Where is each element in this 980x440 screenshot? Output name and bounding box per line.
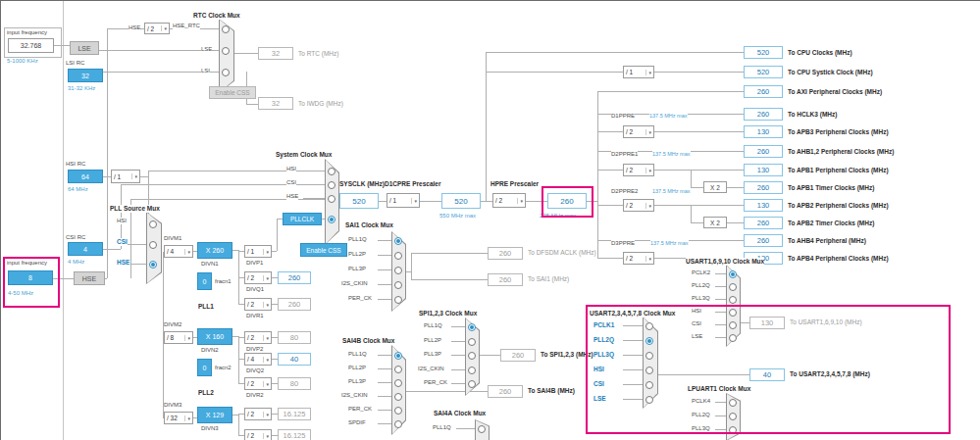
usart234578-mux-pll2q-radio[interactable] (645, 337, 653, 345)
d3ppre-combo[interactable]: / 2▾ (623, 252, 654, 265)
usart234578-mux-pclk1-radio[interactable] (645, 322, 653, 330)
spi123-input-label: PLL3P (424, 351, 441, 358)
wire (246, 104, 258, 105)
divr2-combo[interactable]: / 2▾ (244, 377, 272, 390)
rtc-hse-prescaler-combo[interactable]: / 2▾ (144, 23, 170, 34)
apb2-clocks-value: 130 (744, 199, 783, 212)
sai4b-mux-radio-4[interactable] (394, 393, 402, 401)
iwdg-clock-value: 32 (258, 97, 293, 110)
divn3-multiplier[interactable]: X 129 (197, 407, 232, 423)
wire (715, 337, 726, 338)
sai1-mux-radio-4[interactable] (394, 281, 402, 289)
sai1-mux-radio-2[interactable] (394, 252, 402, 260)
divm1-label: DIVM1 (164, 235, 181, 242)
chevron-down-icon: ▾ (263, 357, 269, 363)
divn1-multiplier[interactable]: X 260 (197, 242, 232, 259)
sai4b-mux-radio-1[interactable] (394, 352, 402, 360)
rtc-mux-title: RTC Clock Mux (193, 12, 240, 20)
sai4b-mux-radio-6[interactable] (394, 420, 402, 428)
sai4b-mux-radio-5[interactable] (394, 407, 402, 415)
sai1-mux-radio-3[interactable] (394, 267, 402, 274)
sys-mux-csi-radio[interactable] (328, 181, 335, 189)
d2ppre2-combo[interactable]: / 2▾ (623, 199, 654, 212)
usart16910-mux-pclk2-radio[interactable] (729, 270, 737, 278)
d2ppre1-max-label: 137.5 MHz max (652, 151, 691, 157)
pll-source-csi-radio[interactable] (149, 241, 157, 249)
pll-source-csi-label: CSI (117, 238, 128, 246)
divq1-combo[interactable]: / 2▾ (244, 271, 272, 284)
rtc-mux-lsi-radio[interactable] (222, 69, 230, 76)
pll-source-hse-radio[interactable] (149, 261, 157, 269)
hsi-divider-combo[interactable]: / 1▾ (111, 170, 140, 183)
divp2-combo[interactable]: / 2▾ (244, 331, 272, 344)
combo-value: / 2 (626, 128, 633, 135)
sai4b-mux-radio-2[interactable] (394, 366, 402, 373)
wire (654, 72, 744, 73)
systick-prescaler-combo[interactable]: / 1▾ (623, 66, 654, 78)
sys-mux-hsi-radio[interactable] (328, 168, 335, 175)
spi123-mux-radio-1[interactable] (468, 323, 476, 331)
usart234578-mux-hsi-radio[interactable] (645, 367, 653, 374)
divq1-label: DIVQ1 (246, 286, 264, 293)
d1cpre-prescaler-label: D1CPRE Prescaler (385, 180, 440, 188)
d1cpre-combo[interactable]: / 1▾ (387, 193, 420, 208)
usart16910-input-label: PCLK2 (692, 269, 710, 276)
sai1-mux-radio-5[interactable] (394, 296, 402, 304)
spi123-mux-radio-4[interactable] (468, 367, 476, 374)
divm3-combo[interactable]: / 32▾ (164, 412, 193, 424)
sai4b-input-label: PLL1Q (348, 351, 367, 358)
sai4a-input-label: PLL1Q (433, 424, 451, 431)
divn2-multiplier[interactable]: X 160 (197, 328, 232, 345)
sai1-mux-radio-1[interactable] (394, 237, 402, 245)
lpuart1-mux-radio-2[interactable] (729, 413, 737, 420)
system-clock-mux-title: System Clock Mux (276, 151, 332, 159)
wire (379, 201, 387, 202)
usart16910-mux-pll2q-radio[interactable] (729, 283, 737, 291)
wire (322, 219, 325, 220)
sai4b-mux-radio-3[interactable] (394, 379, 402, 387)
hse-frequency-input[interactable]: 8 (8, 270, 53, 285)
spi123-mux-radio-3[interactable] (468, 352, 476, 360)
lpuart1-mux-radio-3[interactable] (729, 426, 737, 434)
hpre-combo[interactable]: / 2▾ (492, 193, 526, 208)
wire (53, 278, 74, 279)
usart16910-mux-pll3q-radio[interactable] (729, 296, 737, 304)
apb1-timer-multiplier: X 2 (703, 181, 727, 193)
fracn2-input[interactable]: 0 (197, 359, 212, 376)
rtc-mux-lse-radio[interactable] (222, 47, 230, 55)
divp3-combo[interactable]: / 2▾ (244, 408, 272, 420)
spi123-mux-radio-5[interactable] (468, 380, 476, 388)
divp1-combo[interactable]: / 1▾ (244, 245, 272, 258)
divq3-combo[interactable]: / 2▾ (244, 429, 272, 440)
d1ppre-combo[interactable]: / 2▾ (623, 125, 654, 138)
divr1-combo[interactable]: / 2▾ (244, 298, 272, 311)
divm1-combo[interactable]: / 4▾ (164, 245, 193, 258)
usart234578-mux-lse-radio[interactable] (645, 396, 653, 404)
wire (303, 198, 325, 199)
spi123-mux-radio-2[interactable] (468, 338, 476, 346)
usart16910-mux-hsi-radio[interactable] (729, 309, 737, 317)
usart16910-mux-lse-radio[interactable] (729, 334, 737, 342)
usart234578-mux-csi-radio[interactable] (645, 381, 653, 389)
divr2-label: DIVR2 (246, 392, 264, 399)
rtc-mux-hse-rtc-radio[interactable] (222, 25, 230, 33)
sys-enable-css-button[interactable]: Enable CSS (300, 243, 347, 257)
sys-mux-pllclk-radio[interactable] (328, 216, 335, 223)
csi-rc-value: 4 (68, 242, 103, 256)
lpuart1-mux-radio-1[interactable] (729, 399, 737, 407)
lpuart1-input-label: PLL3Q (692, 425, 710, 432)
usart16910-mux-csi-radio[interactable] (729, 321, 737, 329)
divq2-combo[interactable]: / 4▾ (244, 353, 272, 366)
sai4a-mux-radio-1[interactable] (478, 425, 486, 433)
usart234578-mux-pll3q-radio[interactable] (645, 352, 653, 360)
lse-frequency-input[interactable]: 32.768 (8, 38, 54, 53)
wire (406, 391, 488, 392)
d2ppre1-combo[interactable]: / 2▾ (623, 164, 654, 176)
usart16910-clock-value: 130 (749, 317, 785, 329)
divm2-combo[interactable]: / 8▾ (164, 331, 193, 344)
sys-mux-hse-radio[interactable] (328, 195, 335, 203)
pll-source-hsi-radio[interactable] (149, 220, 157, 228)
lsi-rc-value: 32 (68, 69, 103, 82)
fracn1-input[interactable]: 0 (197, 272, 212, 290)
cpu-clocks-label: To CPU Clocks (MHz) (788, 49, 852, 56)
